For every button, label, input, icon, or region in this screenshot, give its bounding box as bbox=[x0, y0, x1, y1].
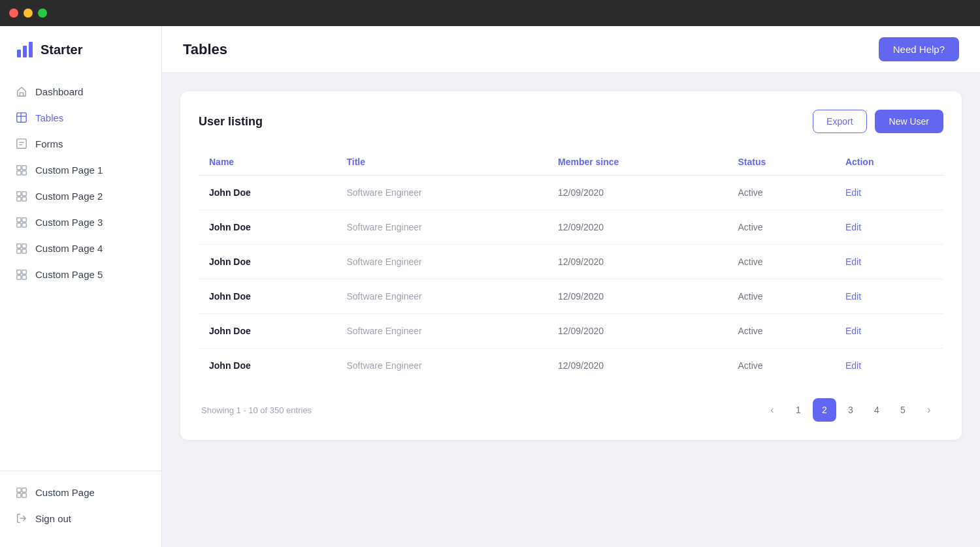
custom-page-icon bbox=[16, 164, 27, 176]
next-page-button[interactable]: › bbox=[917, 398, 941, 422]
svg-rect-2 bbox=[29, 42, 33, 57]
cell-name: John Doe bbox=[199, 210, 336, 245]
svg-rect-23 bbox=[17, 249, 21, 253]
card-title: User listing bbox=[199, 115, 263, 129]
card-header: User listing Export New User bbox=[199, 110, 943, 133]
svg-rect-22 bbox=[22, 244, 26, 248]
top-header: Tables Need Help? bbox=[162, 26, 980, 73]
cell-action-edit[interactable]: Edit bbox=[835, 349, 943, 383]
sidebar-item-tables[interactable]: Tables bbox=[0, 104, 161, 131]
cell-status: Active bbox=[728, 349, 835, 383]
table-row: John Doe Software Engineer 12/09/2020 Ac… bbox=[199, 349, 943, 383]
table-head: Name Title Member since Status Action bbox=[199, 149, 943, 176]
svg-rect-0 bbox=[17, 50, 21, 57]
sidebar-item-custom-page-2[interactable]: Custom Page 2 bbox=[0, 183, 161, 209]
svg-rect-30 bbox=[22, 488, 26, 492]
page-1-button[interactable]: 1 bbox=[787, 398, 810, 422]
table-header-row: Name Title Member since Status Action bbox=[199, 149, 943, 176]
form-icon bbox=[16, 138, 27, 149]
sidebar-item-dashboard[interactable]: Dashboard bbox=[0, 78, 161, 104]
svg-rect-21 bbox=[17, 244, 21, 248]
close-button[interactable] bbox=[9, 8, 18, 18]
users-table: Name Title Member since Status Action Jo… bbox=[199, 149, 943, 383]
main-content: Tables Need Help? User listing Export Ne… bbox=[162, 26, 980, 547]
cell-name: John Doe bbox=[199, 245, 336, 279]
help-button[interactable]: Need Help? bbox=[879, 37, 959, 61]
sidebar-bottom: Custom Page Sign out bbox=[0, 471, 161, 547]
table-row: John Doe Software Engineer 12/09/2020 Ac… bbox=[199, 279, 943, 314]
page-4-button[interactable]: 4 bbox=[865, 398, 889, 422]
sidebar-item-custom-page-1[interactable]: Custom Page 1 bbox=[0, 157, 161, 183]
cell-action-edit[interactable]: Edit bbox=[835, 314, 943, 349]
signout-icon bbox=[16, 512, 27, 524]
logo-icon bbox=[16, 40, 34, 59]
custom-page-icon bbox=[16, 268, 27, 280]
pagination: ‹ 1 2 3 4 5 › bbox=[760, 398, 941, 422]
svg-rect-16 bbox=[22, 197, 26, 201]
cell-status: Active bbox=[728, 245, 835, 279]
custom-page-icon bbox=[16, 486, 27, 498]
cell-member-since: 12/09/2020 bbox=[547, 245, 728, 279]
col-member-since: Member since bbox=[547, 149, 728, 176]
sidebar-item-label: Custom Page 5 bbox=[35, 269, 103, 280]
svg-rect-3 bbox=[17, 113, 26, 122]
cell-status: Active bbox=[728, 176, 835, 210]
svg-rect-15 bbox=[17, 197, 21, 201]
col-name: Name bbox=[199, 149, 336, 176]
cell-action-edit[interactable]: Edit bbox=[835, 210, 943, 245]
logo-text: Starter bbox=[41, 42, 82, 57]
minimize-button[interactable] bbox=[24, 8, 33, 18]
sidebar-item-custom-page-4[interactable]: Custom Page 4 bbox=[0, 235, 161, 261]
svg-rect-18 bbox=[22, 218, 26, 222]
cell-member-since: 12/09/2020 bbox=[547, 314, 728, 349]
cell-action-edit[interactable]: Edit bbox=[835, 245, 943, 279]
sidebar-item-custom-page-3[interactable]: Custom Page 3 bbox=[0, 209, 161, 235]
content-area: User listing Export New User Name Title … bbox=[162, 73, 980, 547]
sidebar-item-forms[interactable]: Forms bbox=[0, 131, 161, 157]
pagination-area: Showing 1 - 10 of 350 entries ‹ 1 2 3 4 … bbox=[199, 398, 943, 422]
cell-title: Software Engineer bbox=[336, 279, 547, 314]
sidebar-item-label: Custom Page bbox=[35, 487, 95, 498]
export-button[interactable]: Export bbox=[813, 110, 866, 133]
svg-rect-24 bbox=[22, 249, 26, 253]
svg-rect-9 bbox=[17, 166, 21, 170]
svg-rect-31 bbox=[17, 493, 21, 497]
svg-rect-26 bbox=[22, 270, 26, 274]
sidebar-nav: Dashboard Tables Forms bbox=[0, 73, 161, 471]
svg-rect-10 bbox=[22, 166, 26, 170]
page-3-button[interactable]: 3 bbox=[839, 398, 862, 422]
sidebar-item-signout[interactable]: Sign out bbox=[0, 505, 161, 531]
sidebar-item-label: Dashboard bbox=[35, 86, 83, 97]
table-body: John Doe Software Engineer 12/09/2020 Ac… bbox=[199, 176, 943, 383]
table-row: John Doe Software Engineer 12/09/2020 Ac… bbox=[199, 176, 943, 210]
sidebar-item-custom-page[interactable]: Custom Page bbox=[0, 479, 161, 505]
svg-rect-17 bbox=[17, 218, 21, 222]
logo: Starter bbox=[0, 26, 161, 73]
sidebar-item-label: Forms bbox=[35, 138, 63, 149]
col-action: Action bbox=[835, 149, 943, 176]
col-status: Status bbox=[728, 149, 835, 176]
maximize-button[interactable] bbox=[38, 8, 47, 18]
cell-title: Software Engineer bbox=[336, 245, 547, 279]
cell-title: Software Engineer bbox=[336, 210, 547, 245]
cell-action-edit[interactable]: Edit bbox=[835, 176, 943, 210]
new-user-button[interactable]: New User bbox=[875, 110, 943, 133]
cell-name: John Doe bbox=[199, 314, 336, 349]
page-2-button[interactable]: 2 bbox=[813, 398, 836, 422]
svg-rect-11 bbox=[17, 171, 21, 175]
cell-title: Software Engineer bbox=[336, 349, 547, 383]
svg-rect-20 bbox=[22, 223, 26, 227]
prev-page-button[interactable]: ‹ bbox=[760, 398, 784, 422]
cell-action-edit[interactable]: Edit bbox=[835, 279, 943, 314]
sidebar-item-label: Custom Page 2 bbox=[35, 191, 103, 202]
titlebar bbox=[0, 0, 980, 26]
cell-status: Active bbox=[728, 279, 835, 314]
cell-member-since: 12/09/2020 bbox=[547, 349, 728, 383]
page-5-button[interactable]: 5 bbox=[891, 398, 915, 422]
page-title: Tables bbox=[183, 41, 227, 58]
sidebar-item-custom-page-5[interactable]: Custom Page 5 bbox=[0, 261, 161, 287]
table-row: John Doe Software Engineer 12/09/2020 Ac… bbox=[199, 314, 943, 349]
svg-rect-32 bbox=[22, 493, 26, 497]
card-actions: Export New User bbox=[813, 110, 943, 133]
sidebar-item-label: Tables bbox=[35, 112, 63, 123]
